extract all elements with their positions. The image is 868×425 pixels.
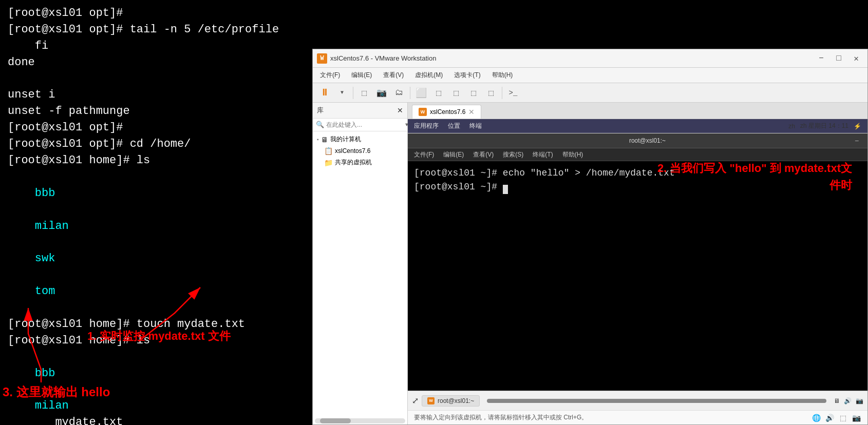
term-line-blank1 xyxy=(8,71,306,87)
vm-term-menu-file[interactable]: 文件(F) xyxy=(410,149,438,161)
console-tab-label: root@xsl01:~ xyxy=(438,397,474,404)
vmware-menubar: 文件(F) 编辑(E) 查看(V) 虚拟机(M) 选项卡(T) 帮助(H) xyxy=(313,68,867,83)
term-sp2 xyxy=(35,236,55,248)
computer-icon: 🖥 xyxy=(321,136,328,144)
status-icon-2: 🔊 xyxy=(844,397,852,404)
vm-status-right: zh zh 星期日 14：11 ⚡ xyxy=(788,122,865,130)
shared-vms-label: 共享的虚拟机 xyxy=(335,158,372,167)
term-sp1 xyxy=(35,203,55,216)
hint-icon-earth[interactable]: 🌐 xyxy=(811,413,821,423)
vm-power-icon: ⚡ xyxy=(854,123,861,130)
menu-file[interactable]: 文件(F) xyxy=(315,69,345,82)
tree-item-xslcentos[interactable]: 📋 xslCentos7.6 xyxy=(313,145,407,157)
vm-term-menu-edit[interactable]: 编辑(E) xyxy=(439,149,468,161)
statusbar-right: 🖥 🔊 📷 xyxy=(834,397,863,404)
maximize-button[interactable]: □ xyxy=(832,51,846,66)
layout-btn-1[interactable]: ⬚ xyxy=(466,86,481,100)
view-button[interactable]: ⬚ xyxy=(448,86,464,100)
vm-term-menu-view[interactable]: 查看(V) xyxy=(469,149,498,161)
hint-icon-sound[interactable]: 🔊 xyxy=(824,413,835,423)
vm-lang: zh xyxy=(788,123,795,130)
hint-icon-screen[interactable]: ⬚ xyxy=(838,413,848,423)
term-line-1: [root@xsl01 opt]# xyxy=(8,5,306,22)
library-scrollbar[interactable] xyxy=(315,418,405,423)
toolbar-sep-3 xyxy=(502,87,502,99)
term-bbb1: bbb xyxy=(35,187,55,200)
term-line-prompt1: [root@xsl01 opt]# xyxy=(8,120,306,136)
snapshot-button[interactable]: 📷 xyxy=(374,86,389,100)
vm-terminal-titlebar: root@xsl01:~ − xyxy=(408,133,867,148)
send-ctrl-alt-del-button[interactable]: ⬚ xyxy=(356,86,372,100)
vm-terminal-container: root@xsl01:~ − 文件(F) 编辑(E) 查看(V) 搜索(S) 终… xyxy=(408,133,867,391)
menu-edit[interactable]: 编辑(E) xyxy=(346,69,377,82)
my-computer-label: 我的计算机 xyxy=(330,135,361,144)
term-sp5: mydate.txt xyxy=(35,416,143,425)
tab-vm-icon: W xyxy=(419,108,427,116)
library-search-input[interactable] xyxy=(326,121,403,128)
term-line-fi: fi xyxy=(8,38,306,54)
hint-icon-camera[interactable]: 📷 xyxy=(851,413,861,423)
vm-viewport: W xslCentos7.6 ✕ 应用程序 位置 终端 zh zh 星期日 14… xyxy=(408,103,867,424)
term-line-unset1: unset i xyxy=(8,87,306,103)
statusbar-left: ⤢ W root@xsl01:~ xyxy=(412,395,831,407)
xslcentos-label: xslCentos7.6 xyxy=(335,147,370,154)
vm-tab-xslcentos[interactable]: W xslCentos7.6 ✕ xyxy=(412,105,481,119)
close-button[interactable]: ✕ xyxy=(849,51,863,66)
term-swk1: swk xyxy=(35,252,55,265)
term-line-colored: bbb milan swk tom xyxy=(8,169,306,316)
library-close-button[interactable]: ✕ xyxy=(397,106,403,114)
vmware-titlebar: W xslCentos7.6 - VMware Workstation − □ … xyxy=(313,49,867,68)
snapshot-manager-button[interactable]: 🗂 xyxy=(391,86,407,100)
toolbar-sep-2 xyxy=(410,87,410,99)
term-line-2: [root@xsl01 opt]# tail -n 5 /etc/profile xyxy=(8,22,306,38)
library-search-bar: 🔍 ▼ xyxy=(313,119,407,131)
vm-menu-apps[interactable]: 应用程序 xyxy=(410,120,443,132)
vm-term-menu-search[interactable]: 搜索(S) xyxy=(499,149,527,161)
library-header: 库 ✕ xyxy=(313,103,407,119)
annotation-label-3: 3. 这里就输出 hello xyxy=(3,384,110,400)
annotation-label-2: 2. 当我们写入 "hello" 到 mydate.txt文件时 xyxy=(647,160,852,194)
tree-item-shared-vms[interactable]: 📁 共享的虚拟机 xyxy=(313,157,407,168)
fullscreen-button[interactable]: ⬜ xyxy=(413,86,429,100)
vm-terminal-screen[interactable]: [root@xsl01 ~]# echo "hello" > /home/myd… xyxy=(408,161,867,391)
layout-btn-2[interactable]: ⬚ xyxy=(483,86,499,100)
tree-item-mycomputer[interactable]: ▪ 🖥 我的计算机 xyxy=(313,133,407,145)
vm-icon: 📋 xyxy=(324,147,333,155)
term-milan2: milan xyxy=(35,399,69,412)
minimize-button[interactable]: − xyxy=(814,51,828,66)
vmware-toolbar: ⏸ ▼ ⬚ 📷 🗂 ⬜ ⬚ ⬚ ⬚ ⬚ >_ xyxy=(313,83,867,103)
library-tree: ▪ 🖥 我的计算机 📋 xslCentos7.6 📁 共享的虚拟机 xyxy=(313,131,407,417)
vm-menu-location[interactable]: 位置 xyxy=(444,120,464,132)
term-line-unset2: unset -f pathmunge xyxy=(8,103,306,120)
pause-dropdown[interactable]: ▼ xyxy=(334,86,350,100)
console-button[interactable]: >_ xyxy=(505,86,521,100)
vm-term-menu-terminal[interactable]: 终端(T) xyxy=(529,149,557,161)
menu-view[interactable]: 查看(V) xyxy=(378,69,409,82)
vmware-title: xslCentos7.6 - VMware Workstation xyxy=(330,54,811,62)
library-title: 库 xyxy=(317,106,324,115)
tab-label: xslCentos7.6 xyxy=(430,108,465,115)
term-milan1: milan xyxy=(35,220,69,233)
vmware-hintbar: 要将输入定向到该虚拟机，请将鼠标指针移入其中或按 Ctrl+G。 🌐 🔊 ⬚ 📷 xyxy=(408,410,867,424)
term-line-ls1: [root@xsl01 home]# ls xyxy=(8,152,306,169)
vm-term-menu-help[interactable]: 帮助(H) xyxy=(558,149,588,161)
console-tab-icon: W xyxy=(427,397,435,404)
menu-vm[interactable]: 虚拟机(M) xyxy=(410,69,448,82)
library-scrollbar-thumb[interactable] xyxy=(320,418,351,423)
expand-icon: ▪ xyxy=(317,137,319,142)
term-tom1: tom xyxy=(35,285,55,298)
term-bbb2: bbb xyxy=(35,367,55,380)
vm-console-tab[interactable]: W root@xsl01:~ xyxy=(422,395,480,407)
pause-button[interactable]: ⏸ xyxy=(317,86,332,100)
status-icon-3: 📷 xyxy=(856,397,863,404)
menu-tabs[interactable]: 选项卡(T) xyxy=(449,69,485,82)
vm-terminal-minimize[interactable]: − xyxy=(851,135,862,146)
resize-icon: ⤢ xyxy=(412,396,419,405)
vm-menu-terminal[interactable]: 终端 xyxy=(465,120,486,132)
tab-close-button[interactable]: ✕ xyxy=(468,108,475,116)
unity-button[interactable]: ⬚ xyxy=(431,86,446,100)
annotation-label-1: 1. 实时监控 mydate.txt 文件 xyxy=(87,329,231,344)
menu-help[interactable]: 帮助(H) xyxy=(487,69,518,82)
vm-terminal-cursor xyxy=(503,185,508,194)
library-panel: 库 ✕ 🔍 ▼ ▪ 🖥 我的计算机 📋 xslCentos7.6 xyxy=(313,103,408,424)
